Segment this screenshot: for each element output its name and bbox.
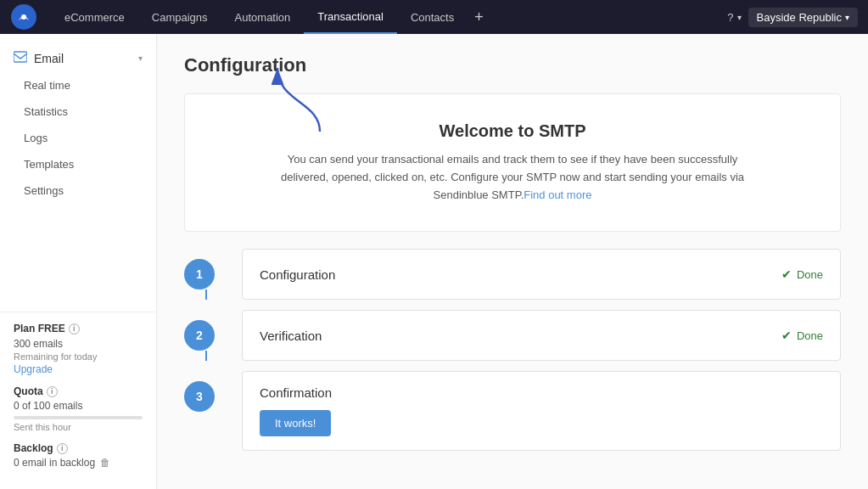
step-1-status: ✔ Done bbox=[781, 267, 823, 281]
plan-remaining: Remaining for today bbox=[14, 351, 143, 362]
nav-right-section: ? ▾ Bayside Republic ▾ bbox=[727, 8, 858, 27]
help-icon: ? bbox=[727, 11, 733, 24]
quota-label: Quota i bbox=[14, 385, 143, 397]
quota-info-icon[interactable]: i bbox=[47, 386, 58, 397]
step-card-1: Configuration ✔ Done bbox=[242, 249, 841, 300]
trash-icon[interactable]: 🗑 bbox=[100, 457, 110, 469]
step-row-2: 2 Verification ✔ Done bbox=[184, 310, 841, 361]
plan-info-icon[interactable]: i bbox=[69, 323, 80, 334]
step-row-1: 1 Configuration ✔ Done bbox=[184, 249, 841, 300]
help-button[interactable]: ? ▾ bbox=[727, 11, 741, 24]
add-nav-icon[interactable]: + bbox=[468, 8, 490, 26]
step-1-circle-col: 1 bbox=[184, 249, 228, 300]
nav-contacts[interactable]: Contacts bbox=[397, 0, 468, 34]
quota-value: 0 of 100 emails bbox=[14, 400, 143, 412]
nav-transactional[interactable]: Transactional bbox=[304, 0, 397, 34]
step-3-circle: 3 bbox=[184, 381, 215, 412]
upgrade-link[interactable]: Upgrade bbox=[14, 363, 143, 375]
step-2-circle-col: 2 bbox=[184, 310, 228, 361]
quota-section: Quota i 0 of 100 emails Sent this hour bbox=[14, 385, 143, 432]
backlog-section: Backlog i 0 email in backlog 🗑 bbox=[14, 442, 143, 469]
step-2-circle: 2 bbox=[184, 320, 215, 351]
find-out-link[interactable]: Find out more bbox=[524, 188, 591, 201]
logo-icon[interactable] bbox=[10, 3, 37, 31]
step-2-name: Verification bbox=[260, 329, 322, 343]
account-chevron: ▾ bbox=[845, 13, 849, 22]
plan-emails: 300 emails bbox=[14, 338, 143, 350]
nav-ecommerce[interactable]: eCommerce bbox=[51, 0, 138, 34]
backlog-label: Backlog i bbox=[14, 442, 143, 454]
sidebar-email-chevron: ▾ bbox=[138, 53, 143, 63]
step-1-name: Configuration bbox=[260, 267, 335, 282]
sidebar-email-label: Email bbox=[34, 52, 64, 65]
step-row-3: 3 Confirmation It works! bbox=[184, 371, 841, 451]
step-2-status: ✔ Done bbox=[781, 329, 823, 342]
steps-container: 1 Configuration ✔ Done 2 V bbox=[184, 249, 841, 461]
step-1-connector bbox=[205, 289, 207, 300]
account-label: Bayside Republic bbox=[757, 11, 842, 24]
sidebar: Email ▾ Real time Statistics Logs Templa… bbox=[0, 34, 157, 489]
plan-label: Plan FREE i bbox=[14, 323, 143, 334]
nav-links: eCommerce Campaigns Automation Transacti… bbox=[51, 0, 727, 34]
step-1-check-icon: ✔ bbox=[781, 267, 792, 281]
step-card-2: Verification ✔ Done bbox=[242, 310, 841, 361]
welcome-box: Welcome to SMTP You can send your transa… bbox=[184, 93, 841, 232]
account-button[interactable]: Bayside Republic ▾ bbox=[748, 8, 858, 27]
sidebar-item-statistics[interactable]: Statistics bbox=[0, 98, 156, 125]
sidebar-email-section[interactable]: Email ▾ bbox=[0, 44, 156, 72]
quota-bar bbox=[14, 416, 143, 419]
step-2-check-icon: ✔ bbox=[781, 329, 792, 342]
top-navigation: eCommerce Campaigns Automation Transacti… bbox=[0, 0, 868, 34]
quota-sent: Sent this hour bbox=[14, 422, 143, 432]
step-3-circle-col: 3 bbox=[184, 371, 228, 451]
nav-campaigns[interactable]: Campaigns bbox=[138, 0, 221, 34]
backlog-info-icon[interactable]: i bbox=[57, 443, 68, 454]
sidebar-item-settings[interactable]: Settings bbox=[0, 177, 156, 204]
sidebar-item-realtime[interactable]: Real time bbox=[0, 72, 156, 98]
step-2-connector bbox=[205, 351, 207, 361]
sidebar-bottom: Plan FREE i 300 emails Remaining for tod… bbox=[0, 312, 156, 479]
nav-automation[interactable]: Automation bbox=[221, 0, 305, 34]
svg-rect-2 bbox=[14, 52, 27, 62]
sidebar-item-templates[interactable]: Templates bbox=[0, 151, 156, 177]
welcome-desc: You can send your transactional emails a… bbox=[275, 151, 750, 204]
step-card-3: Confirmation It works! bbox=[242, 371, 841, 451]
welcome-section: Welcome to SMTP You can send your transa… bbox=[184, 93, 841, 232]
page-title: Configuration bbox=[184, 54, 841, 76]
step-1-circle: 1 bbox=[184, 259, 215, 289]
sidebar-item-logs[interactable]: Logs bbox=[0, 125, 156, 151]
help-chevron: ▾ bbox=[737, 13, 742, 22]
welcome-title: Welcome to SMTP bbox=[202, 121, 823, 141]
it-works-button[interactable]: It works! bbox=[260, 410, 331, 436]
main-content: Configuration Welcome to SMTP You can se… bbox=[157, 34, 868, 489]
step-3-name: Confirmation bbox=[260, 385, 332, 400]
backlog-value: 0 email in backlog 🗑 bbox=[14, 457, 143, 469]
svg-point-1 bbox=[21, 14, 26, 20]
email-icon bbox=[14, 51, 27, 65]
main-layout: Email ▾ Real time Statistics Logs Templa… bbox=[0, 34, 868, 489]
